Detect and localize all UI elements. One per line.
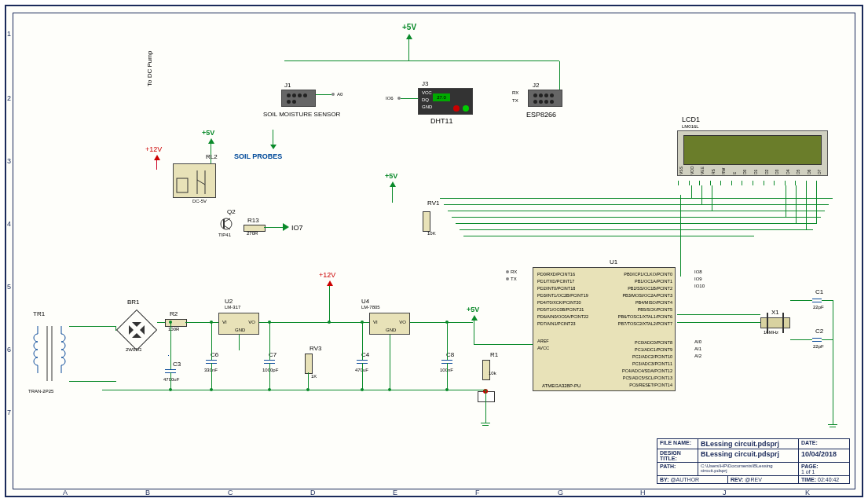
tb-time-label: TIME: [801, 477, 816, 482]
component-r1[interactable] [482, 360, 490, 380]
j3-temp: 27.0 [433, 93, 450, 101]
j1-name: SOIL MOISTURE SENSOR [263, 112, 340, 118]
wire [170, 322, 171, 369]
wire [156, 160, 157, 170]
c1-ref: C1 [815, 289, 823, 295]
r1-val: 10k [489, 371, 496, 376]
dot [328, 321, 331, 324]
tr1-part: TRAN-2P25 [28, 389, 53, 394]
lcd-pin-label: VSS [679, 167, 683, 174]
tb-path-label: PATH: [657, 463, 698, 475]
c7-a [264, 360, 275, 361]
u1-io9: IO9 [694, 277, 702, 281]
c1-b [812, 302, 822, 302]
j2-rx: RX [512, 90, 518, 95]
arrow-5v-u1 [471, 315, 478, 321]
schematic-page: 1 2 3 4 5 6 7 A B C D E F G H J K +5V +5… [0, 0, 868, 502]
component-u4[interactable]: VI VO GND [369, 313, 410, 335]
u1-pin: PD6/AIN0/OC0A/PCINT22 [537, 313, 588, 321]
wire [559, 61, 560, 90]
wire-gnd-rail [102, 390, 487, 390]
r13-ref: R13 [247, 218, 259, 224]
u1-pin: PC0/ADC0/PCINT8 [605, 339, 672, 346]
u1-pin: PD7/AIN1/PCINT23 [537, 321, 588, 328]
wire [69, 381, 116, 382]
label-12v-left: +12V [145, 146, 162, 153]
u2-part: LM-317 [225, 305, 240, 310]
tb-filename-label: FILE NAME: [657, 439, 698, 449]
u1-left-bot: AREFAVCC [537, 338, 549, 352]
ruler-left-6: 6 [7, 346, 11, 354]
reset-button[interactable] [478, 391, 495, 402]
br1-ref: BR1 [127, 299, 140, 306]
c3-val: 4700uF [163, 377, 179, 382]
wire [790, 339, 812, 340]
wire [264, 227, 283, 228]
wire [284, 60, 559, 61]
lcd-pin-label: D2 [764, 170, 769, 174]
x1-plate [782, 313, 784, 333]
tb-date-label: DATE: [799, 439, 846, 449]
lcd-pin-label: RS [711, 169, 716, 174]
dot [397, 97, 401, 100]
wire [448, 211, 825, 211]
u1-part: ATMEGA328P-PU [542, 383, 580, 388]
wire [447, 322, 448, 360]
tb-filename: BLessing circuit.pdsprj [698, 439, 799, 449]
u4-vi: VI [373, 320, 378, 324]
tb-page-label: PAGE: [801, 464, 819, 469]
ruler-left-1: 1 [7, 30, 11, 38]
component-x1[interactable] [760, 317, 790, 328]
wire [677, 322, 760, 323]
component-br1[interactable] [116, 310, 157, 350]
lcd-pins-row: VSSVDDVEERSRWED0D1D2D3D4D5D6D7 [677, 174, 826, 195]
wire [362, 322, 363, 360]
component-j1[interactable] [281, 90, 316, 107]
wire [474, 321, 474, 344]
j3-gnd: GND [422, 104, 432, 109]
ruler-bot-E: E [393, 489, 397, 497]
component-rl2[interactable] [173, 163, 216, 198]
u4-ref: U4 [361, 299, 369, 305]
label-dc-pump: To DC Pump [147, 51, 153, 86]
dot [210, 388, 213, 391]
component-j2[interactable] [528, 90, 562, 107]
u1-ref: U1 [610, 259, 617, 266]
rl2-part: DC-5V [192, 199, 207, 203]
u1-pin: PC2/ADC2/PCINT10 [605, 354, 672, 361]
lcd-pin-label: D4 [786, 170, 790, 174]
title-block: FILE NAME: BLessing circuit.pdsprj DATE:… [657, 438, 850, 484]
label-5v-u1: +5V [467, 306, 479, 313]
u1-pin: PD3/INT1/OC2B/PCINT19 [537, 292, 588, 299]
c3-ref: C3 [173, 361, 181, 368]
u1-pin: PB6/TOSC1/XTAL1/PCINT6 [605, 313, 672, 321]
wire [463, 236, 754, 236]
tb-rev-label: REV: [731, 477, 743, 482]
component-r2[interactable] [165, 319, 187, 327]
lcd-pin-label: D7 [817, 170, 822, 174]
sheet-inner-frame [13, 13, 855, 489]
tb-page: 1 of 1 [801, 469, 815, 475]
component-q2[interactable] [220, 216, 233, 232]
component-u2[interactable]: VI VO GND [218, 313, 259, 335]
ruler-left-3: 3 [7, 157, 11, 165]
u1-pin: PC6/RESET/PCINT14 [605, 382, 672, 389]
component-tr1[interactable] [30, 322, 69, 385]
component-rv1[interactable] [423, 211, 430, 232]
tb-rev: @REV [745, 477, 762, 482]
j3-left-pin: IO6 [386, 96, 394, 101]
u1-ai0: AI0 [694, 339, 701, 344]
u1-io8: IO8 [694, 269, 702, 274]
rv3-ref: RV3 [309, 346, 321, 352]
wire [677, 314, 760, 315]
wire [392, 187, 393, 203]
j2-tx: TX [512, 98, 518, 103]
wire [456, 223, 817, 224]
component-j3[interactable]: VCC DQ GND 27.0 [418, 88, 473, 115]
j1-right-pin: A0 [337, 92, 342, 97]
component-rv3[interactable] [305, 354, 313, 374]
wire [308, 372, 309, 390]
wire [269, 322, 270, 360]
r1-ref: R1 [490, 352, 498, 358]
arrow-5v-mid [390, 181, 396, 187]
